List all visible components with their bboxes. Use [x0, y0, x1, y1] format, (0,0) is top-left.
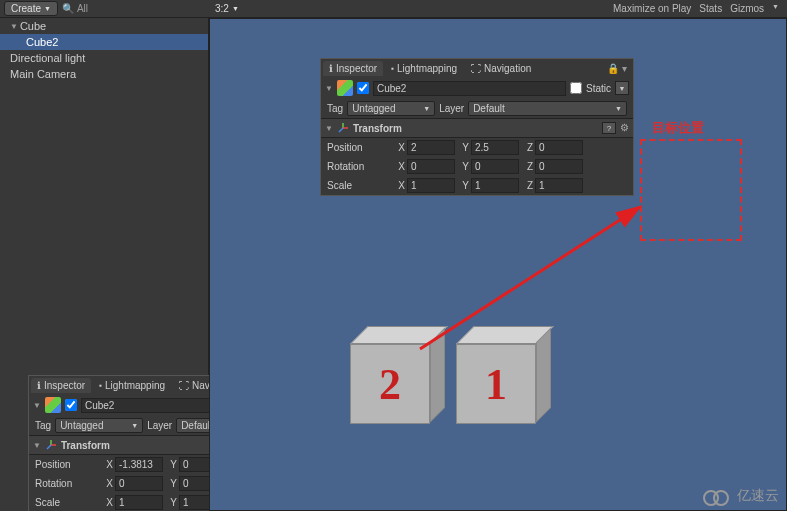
scale-x[interactable] — [115, 495, 163, 510]
rotation-x[interactable] — [115, 476, 163, 491]
toolbar: Create▼ 🔍 All 3:2▼ Maximize on Play Stat… — [0, 0, 787, 18]
annotation-label: 目标位置 — [652, 119, 704, 137]
active-checkbox[interactable] — [357, 82, 369, 94]
hierarchy-search[interactable]: 🔍 All — [62, 3, 88, 14]
hierarchy-item-cube[interactable]: ▼ Cube — [0, 18, 208, 34]
position-x[interactable] — [115, 457, 163, 472]
tab-inspector[interactable]: ℹInspector — [31, 378, 91, 393]
tab-inspector[interactable]: ℹInspector — [323, 61, 383, 76]
rotation-label: Rotation — [327, 161, 391, 172]
menu-icon[interactable]: ▾ — [622, 63, 627, 74]
tag-dropdown[interactable]: Untagged▼ — [55, 418, 143, 433]
layer-dropdown[interactable]: Default▼ — [468, 101, 627, 116]
cube-1: 1 — [456, 344, 536, 424]
position-label: Position — [35, 459, 99, 470]
foldout-icon[interactable]: ▼ — [325, 84, 333, 93]
tag-dropdown[interactable]: Untagged▼ — [347, 101, 435, 116]
info-icon: ℹ — [37, 380, 41, 391]
create-button[interactable]: Create▼ — [4, 1, 58, 16]
aspect-dropdown[interactable]: 3:2▼ — [209, 3, 239, 14]
help-button[interactable]: ? — [602, 122, 616, 134]
foldout-icon[interactable]: ▼ — [33, 401, 41, 410]
watermark-icon — [703, 487, 733, 505]
search-icon: 🔍 — [62, 3, 74, 14]
scale-label: Scale — [327, 180, 391, 191]
cube-2: 2 — [350, 344, 430, 424]
static-dropdown[interactable]: ▼ — [615, 81, 629, 95]
transform-label: Transform — [353, 123, 402, 134]
position-y[interactable] — [471, 140, 519, 155]
scene-view[interactable]: 2 1 目标位置 ℹInspector ▪Lightmapping ⛶Navig… — [209, 18, 787, 511]
gameobject-icon — [337, 80, 353, 96]
navigation-icon: ⛶ — [179, 380, 189, 391]
position-z[interactable] — [535, 140, 583, 155]
static-label: Static — [586, 83, 611, 94]
info-icon: ℹ — [329, 63, 333, 74]
rotation-label: Rotation — [35, 478, 99, 489]
hierarchy-item-camera[interactable]: Main Camera — [0, 66, 208, 82]
expand-icon[interactable]: ▼ — [10, 22, 18, 31]
tab-navigation[interactable]: ⛶Navigation — [465, 61, 537, 76]
tab-lightmapping[interactable]: ▪Lightmapping — [385, 61, 463, 76]
tab-lightmapping[interactable]: ▪Lightmapping — [93, 378, 171, 393]
active-checkbox[interactable] — [65, 399, 77, 411]
svg-line-2 — [47, 445, 51, 449]
name-field[interactable] — [373, 81, 566, 96]
scale-x[interactable] — [407, 178, 455, 193]
static-checkbox[interactable] — [570, 82, 582, 94]
position-label: Position — [327, 142, 391, 153]
rotation-z[interactable] — [535, 159, 583, 174]
layer-label: Layer — [439, 103, 464, 114]
gizmos-toggle[interactable]: Gizmos — [730, 3, 764, 14]
tag-label: Tag — [327, 103, 343, 114]
transform-header[interactable]: ▼ Transform ?⚙ — [321, 118, 633, 138]
scale-label: Scale — [35, 497, 99, 508]
hierarchy-item-light[interactable]: Directional light — [0, 50, 208, 66]
hierarchy-item-cube2[interactable]: Cube2 — [0, 34, 208, 50]
annotation-target-box — [640, 139, 742, 241]
rotation-y[interactable] — [471, 159, 519, 174]
gameobject-icon — [45, 397, 61, 413]
maximize-toggle[interactable]: Maximize on Play — [613, 3, 691, 14]
lock-icon[interactable]: 🔒 — [607, 63, 619, 74]
position-x[interactable] — [407, 140, 455, 155]
navigation-icon: ⛶ — [471, 63, 481, 74]
transform-icon — [45, 439, 57, 451]
layer-label: Layer — [147, 420, 172, 431]
scale-z[interactable] — [535, 178, 583, 193]
gear-icon[interactable]: ⚙ — [620, 122, 629, 134]
scale-y[interactable] — [471, 178, 519, 193]
hierarchy-panel: ▼ Cube Cube2 Directional light Main Came… — [0, 18, 209, 511]
inspector-panel-top: ℹInspector ▪Lightmapping ⛶Navigation 🔒▾ … — [320, 58, 634, 196]
tag-label: Tag — [35, 420, 51, 431]
rotation-x[interactable] — [407, 159, 455, 174]
stats-toggle[interactable]: Stats — [699, 3, 722, 14]
transform-label: Transform — [61, 440, 110, 451]
transform-icon — [337, 122, 349, 134]
svg-line-6 — [339, 128, 343, 132]
watermark: 亿速云 — [703, 487, 779, 505]
